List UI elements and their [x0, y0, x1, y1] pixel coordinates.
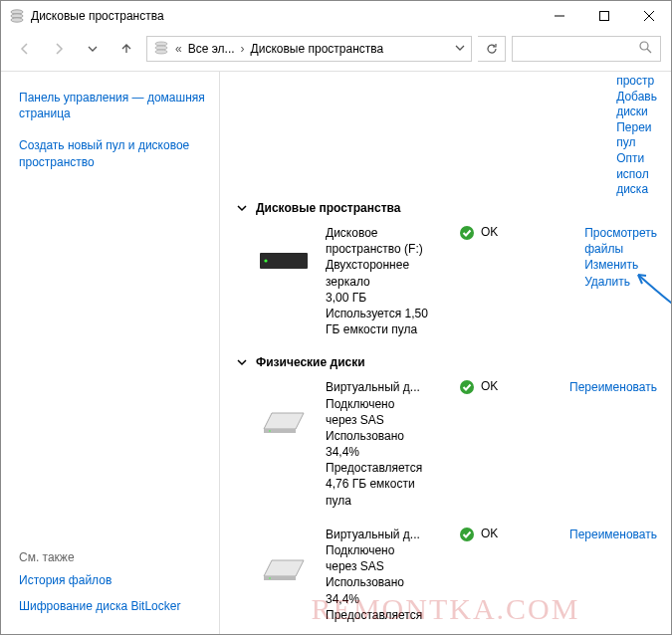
svg-line-11	[647, 49, 651, 53]
search-icon	[639, 41, 652, 57]
pdisk-status: OK	[459, 527, 515, 545]
space-row: Дисковое пространство (F:) Двухстороннее…	[256, 225, 657, 337]
search-input[interactable]	[512, 36, 661, 62]
address-disks-icon	[153, 40, 169, 59]
ok-check-icon	[459, 225, 475, 244]
nav-toolbar: « Все эл... › Дисковые пространства	[1, 31, 671, 67]
crumb-root[interactable]: Все эл...	[188, 42, 235, 56]
pdisk-actions: Переименовать	[569, 527, 657, 542]
svg-point-9	[155, 50, 167, 54]
svg-point-16	[269, 431, 271, 433]
crumb-current[interactable]: Дисковые пространства	[251, 42, 384, 56]
mgmt-link[interactable]: диски	[616, 105, 657, 120]
pdisk-desc: Виртуальный д... Подключено через SAS Ис…	[326, 379, 445, 509]
body: Панель управления — домашняя страница Со…	[1, 71, 671, 634]
space-status: OK	[459, 225, 515, 244]
recent-dropdown[interactable]	[79, 35, 107, 63]
mgmt-link[interactable]: простр	[616, 74, 657, 90]
address-bar[interactable]: « Все эл... › Дисковые пространства	[146, 36, 472, 62]
titlebar: Дисковые пространства	[1, 1, 671, 31]
svg-point-10	[640, 42, 648, 50]
seealso-header: См. также	[19, 550, 205, 564]
close-button[interactable]	[626, 1, 671, 31]
change-link[interactable]: Изменить	[584, 257, 657, 273]
delete-link[interactable]: Удалить	[584, 274, 657, 290]
window-title: Дисковые пространства	[31, 9, 164, 23]
section-title: Физические диски	[256, 355, 365, 369]
mgmt-link[interactable]: Опти	[616, 151, 657, 167]
section-storage-spaces: Дисковые пространства Дисковое пространс…	[256, 201, 657, 337]
pdisk-row: Виртуальный д... Подключено через SAS Ис…	[256, 379, 657, 509]
crumb-sep-icon: «	[175, 42, 182, 56]
seealso-file-history[interactable]: История файлов	[19, 572, 205, 588]
up-button[interactable]	[112, 35, 140, 63]
app-disks-icon	[9, 8, 25, 24]
section-title: Дисковые пространства	[256, 201, 400, 215]
sidebar-create-pool-link[interactable]: Создать новый пул и дисковое пространств…	[19, 137, 205, 169]
sidebar-home-link[interactable]: Панель управления — домашняя страница	[19, 90, 205, 121]
pool-management-links: простр Добавь диски Переи пул Опти испол…	[616, 74, 657, 198]
view-files-link-b[interactable]: файлы	[584, 241, 657, 257]
refresh-button[interactable]	[478, 36, 506, 62]
rename-link[interactable]: Переименовать	[569, 527, 657, 542]
back-button[interactable]	[11, 35, 39, 63]
forward-button[interactable]	[45, 35, 73, 63]
watermark-text: REMONTKA.COM	[312, 592, 580, 626]
mgmt-link[interactable]: Добавь	[616, 90, 657, 106]
chevron-down-icon	[236, 202, 248, 214]
status-text: OK	[481, 225, 498, 239]
svg-rect-4	[599, 12, 608, 21]
maximize-button[interactable]	[581, 1, 626, 31]
window-controls	[537, 1, 671, 31]
svg-point-7	[155, 42, 167, 46]
content-pane: простр Добавь диски Переи пул Опти испол…	[220, 72, 671, 634]
physical-disk-icon	[256, 379, 312, 437]
rename-link[interactable]: Переименовать	[569, 379, 657, 395]
pdisk-actions: Переименовать	[569, 379, 657, 395]
svg-rect-18	[264, 576, 296, 580]
chevron-right-icon: ›	[241, 42, 245, 56]
ok-check-icon	[459, 527, 475, 545]
section-header-spaces[interactable]: Дисковые пространства	[236, 201, 657, 215]
svg-point-2	[11, 18, 23, 22]
mgmt-link[interactable]: Переи	[616, 120, 657, 136]
svg-point-8	[155, 46, 167, 50]
storage-space-icon	[256, 225, 312, 273]
address-dropdown[interactable]	[455, 42, 465, 56]
space-desc: Дисковое пространство (F:) Двухстороннее…	[326, 225, 445, 337]
section-physical-disks: Физические диски Виртуальный д... Подклю…	[256, 355, 657, 623]
chevron-down-icon	[236, 356, 248, 368]
status-text: OK	[481, 527, 498, 540]
mgmt-link[interactable]: испол	[616, 167, 657, 183]
mgmt-link[interactable]: пул	[616, 135, 657, 151]
mgmt-link[interactable]: диска	[616, 182, 657, 198]
pdisk-status: OK	[459, 379, 515, 398]
sidebar: Панель управления — домашняя страница Со…	[1, 72, 220, 634]
svg-rect-15	[264, 429, 296, 433]
view-files-link[interactable]: Просмотреть	[584, 225, 657, 241]
seealso-bitlocker[interactable]: Шифрование диска BitLocker	[19, 598, 205, 614]
status-text: OK	[481, 379, 498, 393]
ok-check-icon	[459, 379, 475, 398]
physical-disk-icon	[256, 527, 312, 584]
space-actions: Просмотреть файлы Изменить Удалить	[584, 225, 657, 290]
minimize-button[interactable]	[537, 1, 581, 31]
svg-point-13	[264, 259, 267, 262]
svg-point-19	[269, 577, 271, 579]
section-header-pdisks[interactable]: Физические диски	[236, 355, 657, 369]
